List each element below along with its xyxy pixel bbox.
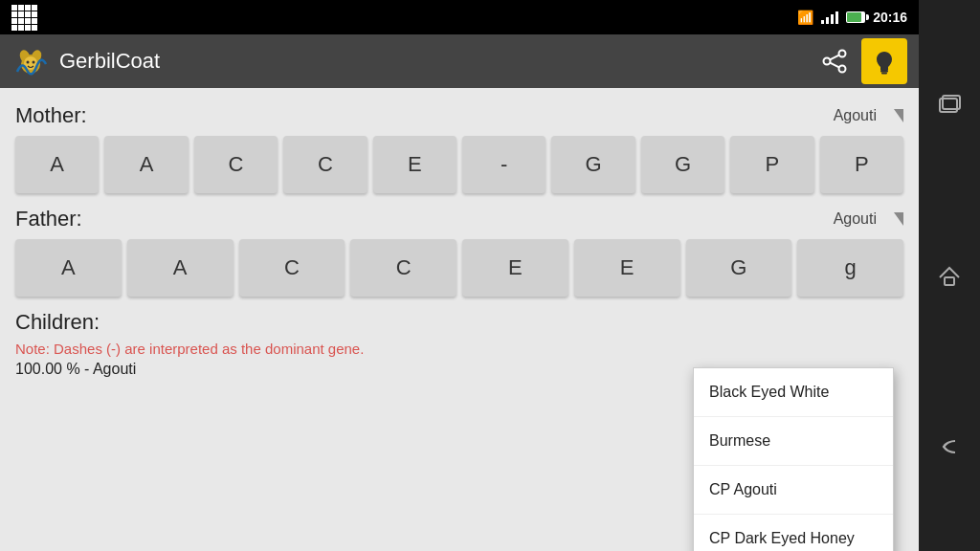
app-icon (11, 42, 50, 80)
dropdown-item-0[interactable]: Black Eyed White (694, 368, 893, 417)
dropdown-item-2[interactable]: CP Agouti (694, 466, 893, 515)
status-bar: 📶 20:16 (0, 0, 919, 34)
svg-line-9 (830, 55, 838, 60)
father-gene-7[interactable]: g (797, 239, 903, 297)
mother-gene-2[interactable]: C (194, 136, 278, 193)
svg-rect-15 (945, 277, 954, 285)
mother-result[interactable]: Agouti (834, 107, 903, 124)
mother-gene-8[interactable]: P (730, 136, 813, 193)
mother-gene-4[interactable]: E (373, 136, 457, 193)
svg-line-10 (830, 63, 838, 68)
father-gene-3[interactable]: C (350, 239, 457, 297)
app-title-area: GerbilCoat (11, 42, 160, 80)
mother-gene-6[interactable]: G (551, 136, 635, 193)
father-genes-row: AACCEEGg (15, 239, 903, 297)
nav-bar (919, 0, 980, 551)
battery-icon (846, 11, 865, 23)
wifi-icon: 📶 (797, 10, 813, 25)
children-label: Children: (15, 310, 903, 335)
father-row: Father: Agouti (15, 207, 903, 231)
recent-apps-button[interactable] (928, 83, 970, 125)
father-result[interactable]: Agouti (834, 210, 903, 228)
content-area: Mother: Agouti AACCE-GGPP Father: Agouti… (0, 88, 919, 551)
lightbulb-button[interactable] (861, 38, 907, 84)
status-bar-left (11, 5, 37, 31)
mother-gene-9[interactable]: P (820, 136, 903, 193)
dropdown-overlay: Black Eyed WhiteBurmeseCP AgoutiCP Dark … (693, 367, 894, 551)
mother-row: Mother: Agouti (15, 103, 903, 128)
time-display: 20:16 (873, 10, 907, 25)
note-text: Note: Dashes (-) are interpreted as the … (15, 341, 903, 357)
svg-rect-11 (880, 70, 888, 73)
mother-gene-1[interactable]: A (104, 136, 188, 193)
mother-gene-0[interactable]: A (15, 136, 99, 193)
father-gene-0[interactable]: A (15, 239, 122, 297)
svg-point-4 (27, 61, 30, 64)
mother-gene-3[interactable]: C (283, 136, 367, 193)
father-label: Father: (15, 207, 101, 231)
mother-genes-row: AACCE-GGPP (15, 136, 903, 193)
father-gene-6[interactable]: G (686, 239, 792, 297)
svg-point-7 (824, 58, 831, 65)
svg-point-5 (33, 61, 35, 64)
app-title: GerbilCoat (59, 49, 160, 74)
share-button[interactable] (812, 38, 858, 84)
top-bar-actions (812, 38, 907, 84)
home-button[interactable] (928, 254, 970, 297)
father-gene-5[interactable]: E (574, 239, 680, 297)
svg-point-8 (839, 66, 846, 73)
mother-label: Mother: (15, 103, 101, 128)
mother-gene-5[interactable]: - (462, 136, 546, 193)
dropdown-item-3[interactable]: CP Dark Eyed Honey (694, 515, 893, 551)
signal-bars (821, 11, 838, 24)
svg-rect-12 (881, 73, 887, 75)
father-gene-1[interactable]: A (127, 239, 234, 297)
svg-point-6 (839, 51, 846, 57)
back-button[interactable] (928, 426, 970, 468)
grid-icon (11, 5, 37, 31)
top-bar: GerbilCoat (0, 34, 919, 88)
father-gene-4[interactable]: E (462, 239, 568, 297)
status-bar-right: 📶 20:16 (797, 10, 907, 25)
dropdown-item-1[interactable]: Burmese (694, 417, 893, 466)
mother-dropdown-arrow (894, 109, 903, 122)
mother-gene-7[interactable]: G (641, 136, 724, 193)
father-gene-2[interactable]: C (239, 239, 345, 297)
father-dropdown-arrow (894, 212, 903, 226)
